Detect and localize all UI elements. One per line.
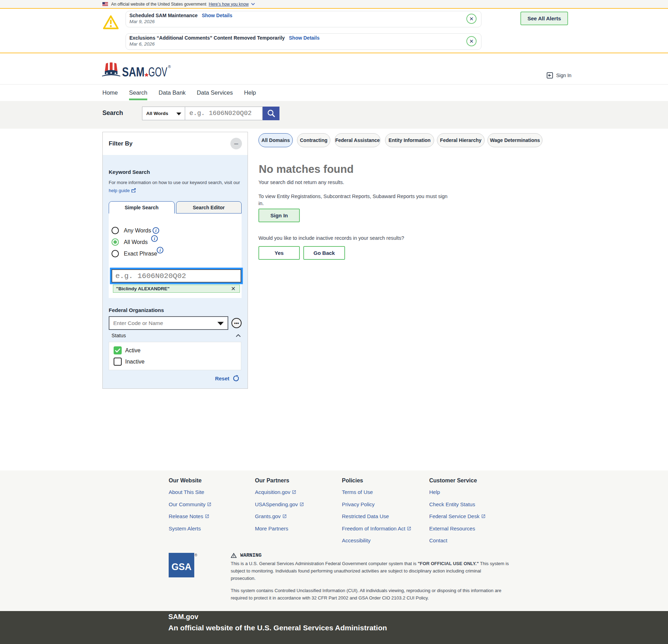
svg-text:GSA: GSA xyxy=(171,561,191,572)
svg-text:SAM: SAM xyxy=(122,65,144,77)
svg-text:GOV: GOV xyxy=(148,65,167,77)
svg-text:®: ® xyxy=(195,553,197,557)
svg-text:®: ® xyxy=(168,65,171,69)
